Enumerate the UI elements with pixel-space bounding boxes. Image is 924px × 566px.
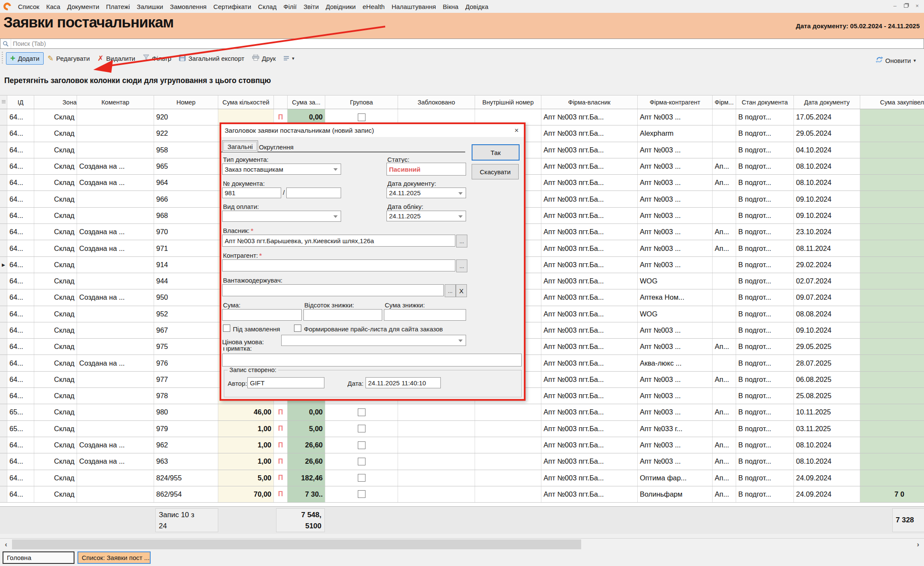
group-checkbox[interactable] [358, 425, 365, 432]
cell-zone[interactable]: Склад [34, 175, 77, 191]
column-header-owner-firm[interactable]: Фірма-власник [541, 95, 638, 109]
cell-purchase-sum[interactable] [860, 322, 924, 338]
cell-zone[interactable]: Склад [34, 125, 77, 141]
group-checkbox[interactable] [358, 490, 365, 498]
cell-firm[interactable]: Ап... [713, 486, 736, 502]
cell-owner-firm[interactable]: Апт №003 пгт.Ба... [541, 453, 638, 469]
cell-doc-state[interactable]: В подгот... [736, 175, 794, 191]
column-header-internal-number[interactable]: Внутрішній номер [475, 95, 541, 109]
cell-doc-date[interactable]: 04.10.2024 [794, 142, 860, 158]
owner-browse-button[interactable]: ... [456, 235, 467, 247]
cell-number[interactable]: 944 [154, 273, 218, 289]
cell-doc-state[interactable]: В подгот... [736, 125, 794, 141]
cell-contragent-firm[interactable]: WOG [638, 273, 713, 289]
cell-doc-date[interactable]: 02.07.2024 [794, 273, 860, 289]
cell-number[interactable]: 968 [154, 208, 218, 223]
search-input[interactable]: Поиск (Tab) [0, 39, 924, 49]
cell-doc-date[interactable]: 08.10.2024 [794, 437, 860, 453]
cell-zone[interactable]: Склад [34, 388, 77, 404]
cell-doc-date[interactable]: 09.10.2024 [794, 322, 860, 338]
column-header-firm[interactable]: Фірм... [713, 95, 736, 109]
table-row[interactable]: 64... Склад Создана на ... 962 1,00 П 26… [0, 437, 924, 453]
cell-zone[interactable]: Склад [34, 421, 77, 437]
cell-doc-state[interactable]: В подгот... [736, 453, 794, 469]
cell-contragent-firm[interactable]: Апт №003 ... [638, 404, 713, 420]
cell-contragent-firm[interactable]: WOG [638, 306, 713, 322]
sum-field[interactable] [222, 309, 302, 321]
cell-id[interactable]: 64... [7, 257, 34, 273]
cell-contragent-firm[interactable]: Апт №003 ... [638, 453, 713, 469]
cell-number[interactable]: 978 [154, 388, 218, 404]
cell-zone[interactable]: Склад [34, 470, 77, 486]
cell-purchase-sum[interactable] [860, 355, 924, 371]
discount-percent-field[interactable] [303, 309, 382, 321]
cell-doc-state[interactable]: В подгот... [736, 109, 794, 125]
cell-firm[interactable] [713, 421, 736, 437]
price-list-checkbox[interactable] [294, 325, 301, 332]
scroll-left-icon[interactable]: ‹ [0, 539, 12, 549]
cell-purchase-sum[interactable] [860, 240, 924, 256]
menu-branches[interactable]: Філії [280, 3, 300, 10]
cell-comment[interactable]: Создана на ... [77, 240, 154, 256]
cell-doc-date[interactable]: 17.05.2024 [794, 109, 860, 125]
doc-number-field[interactable]: 981 [222, 188, 281, 198]
cell-contragent-firm[interactable]: Апт №003 ... [638, 240, 713, 256]
cell-contragent-firm[interactable]: Апт №003 ... [638, 175, 713, 191]
cell-doc-state[interactable]: В подгот... [736, 158, 794, 174]
group-checkbox[interactable] [358, 113, 365, 121]
column-header-purchase-sum[interactable]: Сума закупівельна [860, 95, 924, 109]
cell-contragent-firm[interactable]: Волиньфарм [638, 486, 713, 502]
cell-contragent-firm[interactable]: Апт №033 г... [638, 421, 713, 437]
cell-firm[interactable]: Ап... [713, 158, 736, 174]
cell-contragent-firm[interactable]: Апт №003 ... [638, 224, 713, 240]
cell-doc-date[interactable]: 23.10.2024 [794, 224, 860, 240]
menu-help[interactable]: Довідка [462, 3, 492, 10]
cell-blocked[interactable] [398, 453, 475, 469]
cell-number[interactable]: 958 [154, 142, 218, 158]
cell-doc-date[interactable]: 24.09.2024 [794, 486, 860, 502]
cell-zone[interactable]: Склад [34, 257, 77, 273]
cell-p-flag[interactable]: П [274, 421, 288, 437]
cell-doc-state[interactable]: В подгот... [736, 486, 794, 502]
cell-owner-firm[interactable]: Апт №003 пгт.Ба... [541, 322, 638, 338]
cell-comment[interactable] [77, 142, 154, 158]
column-header-blocked[interactable]: Заблоковано [398, 95, 475, 109]
scroll-right-icon[interactable]: › [912, 539, 924, 549]
cell-firm[interactable]: Ап... [713, 437, 736, 453]
cell-id[interactable]: 64... [7, 273, 34, 289]
column-header-doc-state[interactable]: Стан документа [736, 95, 794, 109]
owner-field[interactable]: Апт №003 пгт.Барышевка, ул.Киевский шлях… [222, 235, 455, 247]
cell-purchase-sum[interactable] [860, 404, 924, 420]
cell-owner-firm[interactable]: Апт №003 пгт.Ба... [541, 142, 638, 158]
cell-contragent-firm[interactable]: Оптима фар... [638, 470, 713, 486]
cell-zone[interactable]: Склад [34, 289, 77, 305]
cell-id[interactable]: 64... [7, 322, 34, 338]
cell-doc-date[interactable]: 24.09.2024 [794, 470, 860, 486]
cell-internal-number[interactable] [475, 470, 541, 486]
menu-orders[interactable]: Замовлення [166, 3, 210, 10]
cell-group[interactable] [325, 486, 398, 502]
cell-id[interactable]: 64... [7, 339, 34, 354]
tab-supplier-requests-list[interactable]: Список: Заявки пост ... [77, 551, 151, 564]
cell-firm[interactable] [713, 273, 736, 289]
export-button[interactable]: Загальний експорт [175, 52, 248, 65]
cell-zone[interactable]: Склад [34, 273, 77, 289]
cell-comment[interactable]: Создана на ... [77, 437, 154, 453]
cell-purchase-sum[interactable] [860, 257, 924, 273]
cell-firm[interactable]: Ап... [713, 224, 736, 240]
note-field[interactable] [222, 354, 522, 366]
column-header-doc-date[interactable]: Дата документу [794, 95, 860, 109]
contragent-browse-button[interactable]: ... [456, 259, 467, 272]
cell-id[interactable]: 64... [7, 486, 34, 502]
cell-contragent-firm[interactable]: Апт №003 ... [638, 191, 713, 207]
cell-id[interactable]: 64... [7, 142, 34, 158]
cell-comment[interactable] [77, 470, 154, 486]
cell-purchase-sum[interactable] [860, 470, 924, 486]
cell-firm[interactable] [713, 142, 736, 158]
doc-date-select[interactable]: 24.11.2025 [386, 188, 466, 198]
cell-owner-firm[interactable]: Апт №003 пгт.Ба... [541, 208, 638, 223]
cell-purchase-sum[interactable] [860, 388, 924, 404]
toolbar-grip-handle[interactable] [1, 52, 4, 65]
cell-id[interactable]: 64... [7, 453, 34, 469]
cell-number[interactable]: 963 [154, 453, 218, 469]
